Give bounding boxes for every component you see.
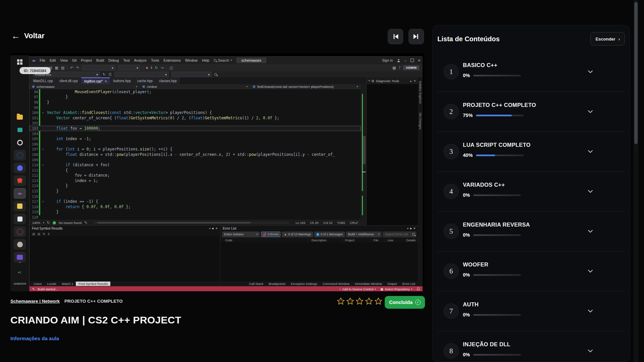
- module-progress-percent: 0%: [463, 192, 470, 198]
- chevron-down-icon[interactable]: [587, 347, 594, 355]
- star-icon[interactable]: [365, 297, 373, 306]
- code-line: 98 ▾ }: [30, 100, 361, 105]
- vs-menu-item: Tools: [151, 58, 159, 62]
- filter-icon: ⊻: [48, 232, 50, 236]
- file-explorer-icon: [14, 112, 26, 122]
- refresh-process-icon: ↻: [103, 72, 106, 77]
- star-icon[interactable]: [346, 297, 355, 306]
- content-module-item[interactable]: 1 BASICO C++ 0%: [437, 52, 625, 92]
- taskbar-app-icon: [14, 124, 26, 135]
- module-number-badge: 8: [443, 343, 459, 359]
- star-icon[interactable]: [355, 297, 364, 306]
- chevron-down-icon[interactable]: [587, 307, 594, 315]
- line-number: 119: [30, 210, 39, 214]
- module-progress-fill: [476, 115, 512, 116]
- back-label: Voltar: [24, 32, 45, 40]
- no-issues-icon: ✓: [53, 221, 56, 225]
- code-line: 99 ▾: [30, 105, 361, 110]
- code-line: 96 ▾ MouseEventPlayer(closest_player);: [30, 89, 361, 95]
- issues-message: No issues found: [59, 221, 82, 225]
- pin-icon: ■: [410, 227, 412, 230]
- chevron-down-icon[interactable]: [587, 148, 594, 155]
- list-icon: ☰: [108, 72, 112, 77]
- current-line-marker: [362, 172, 366, 172]
- scrollbar-thumb[interactable]: [634, 2, 638, 144]
- completed-button[interactable]: Concluída ✓: [385, 296, 425, 309]
- star-icon[interactable]: [336, 297, 345, 306]
- column-header: Details: [404, 239, 418, 242]
- module-progress-fill: [476, 155, 495, 156]
- back-button[interactable]: ← Voltar: [11, 32, 45, 40]
- chevron-down-icon[interactable]: [587, 108, 594, 115]
- lesson-info-link[interactable]: Informações da aula: [10, 336, 59, 341]
- pin-icon: ■: [212, 227, 214, 230]
- module-title: LUA SCRIPT COMPLETO: [463, 142, 531, 148]
- vs-menu-item: Project: [81, 58, 92, 62]
- taskbar-app-icon: [14, 239, 26, 250]
- content-module-item[interactable]: 6 WOOFER 0%: [437, 251, 625, 291]
- horizontal-scrollbar: [93, 222, 289, 224]
- chevron-down-icon[interactable]: [587, 267, 594, 275]
- module-number-badge: 3: [443, 144, 459, 159]
- column-header: File: [371, 239, 385, 242]
- star-icon[interactable]: [374, 297, 383, 306]
- content-module-item[interactable]: 7 AUTH 0%: [437, 291, 625, 331]
- content-module-item[interactable]: 5 ENGENHARIA REVERSA 0%: [437, 211, 625, 251]
- line-number: 100: [30, 111, 39, 115]
- module-number-badge: 7: [443, 303, 459, 319]
- rating-stars[interactable]: [336, 297, 383, 306]
- previous-lesson-button[interactable]: [388, 29, 403, 44]
- sync-icon: ↻: [47, 221, 50, 225]
- line-number: 109: [30, 158, 39, 162]
- vs-menu-item: Window: [185, 58, 198, 62]
- close-tab-icon: ✕: [105, 80, 107, 83]
- module-number-badge: 5: [443, 224, 459, 239]
- edit-icon: ✎: [84, 221, 87, 225]
- code-line: 108 ▾ float distance = std::pow(playerPo…: [30, 152, 361, 157]
- visual-studio-icon: ∞: [14, 188, 26, 199]
- content-module-item[interactable]: 2 PROJETO C++ COMPLETO 75%: [437, 92, 625, 131]
- line-number: 110: [30, 163, 39, 167]
- column-header: Description: [309, 239, 343, 242]
- line-number: 108: [30, 153, 39, 157]
- symbol-icon: [253, 85, 255, 88]
- code-line: 110 ▾ if (distance < fov): [30, 162, 361, 168]
- share-icon: ⤴: [399, 66, 401, 70]
- content-module-item[interactable]: 3 LUA SCRIPT COMPLETO 40%: [437, 131, 625, 171]
- close-icon: ✕: [414, 79, 416, 82]
- video-player[interactable]: ID: 72840384 ∞ ⌃ ◂) 10/06/2024 ∞: [10, 53, 424, 291]
- chevron-down-icon[interactable]: [587, 68, 594, 75]
- hide-sidebar-button[interactable]: Esconder ›: [590, 32, 625, 46]
- code-line: 119 ▾ }: [30, 209, 361, 215]
- step-over-icon: ↪: [161, 66, 164, 70]
- panel-tab: Locals: [44, 282, 59, 286]
- line-number: 103: [30, 126, 39, 130]
- taskbar-overflow-chevron-icon: ⌃: [10, 261, 29, 265]
- content-module-item[interactable]: 4 VARIADOS C++ 0%: [437, 171, 625, 211]
- module-number-badge: 1: [443, 64, 459, 79]
- panel-tab: Watch 1: [59, 282, 76, 286]
- page-scrollbar[interactable]: [634, 0, 638, 362]
- chevron-down-icon[interactable]: [587, 188, 594, 195]
- visual-studio-window: ∞ FileEditViewGitProjectBuildDebugTestAn…: [29, 56, 422, 291]
- line-number: 120: [30, 215, 39, 219]
- editor-tab: MainDLL.cpp✕: [30, 77, 56, 84]
- next-lesson-button[interactable]: [409, 29, 424, 44]
- vs-toolbar: ← → ▤ ▦ ▧ ↶ ↷ ▾ ▾ ■ ‖ ↻ ↪ ◫: [30, 64, 423, 71]
- course-player-page: ← Voltar ID: 72840384 ∞ ⌃: [0, 0, 644, 362]
- module-progress-bar: [473, 314, 521, 316]
- code-line: 100 ▾ Vector Aimbot::findClosest(const s…: [30, 110, 361, 115]
- course-link[interactable]: Schemaware | Network: [10, 299, 60, 304]
- panel-tab: Autos: [31, 282, 44, 286]
- module-title: VARIADOS C++: [463, 182, 505, 188]
- vs-menu-item: Git: [72, 58, 76, 62]
- diagnostic-tools-panel: ▾ ⚙ Diagnostic Tools ▲ ✕: [366, 77, 418, 225]
- line-number: 115: [30, 189, 39, 193]
- line-number: 96: [30, 90, 39, 94]
- vs-menu-bar: ∞ FileEditViewGitProjectBuildDebugTestAn…: [30, 57, 423, 64]
- line-number: 97: [30, 95, 39, 99]
- content-module-item[interactable]: 8 INJEÇÃO DE DLL 0%: [437, 331, 625, 362]
- chevron-down-icon[interactable]: [587, 228, 594, 235]
- stack-frame-dropdown: ▾: [114, 72, 169, 77]
- windows-taskbar: ∞ ⌃ ◂) 10/06/2024: [10, 55, 29, 291]
